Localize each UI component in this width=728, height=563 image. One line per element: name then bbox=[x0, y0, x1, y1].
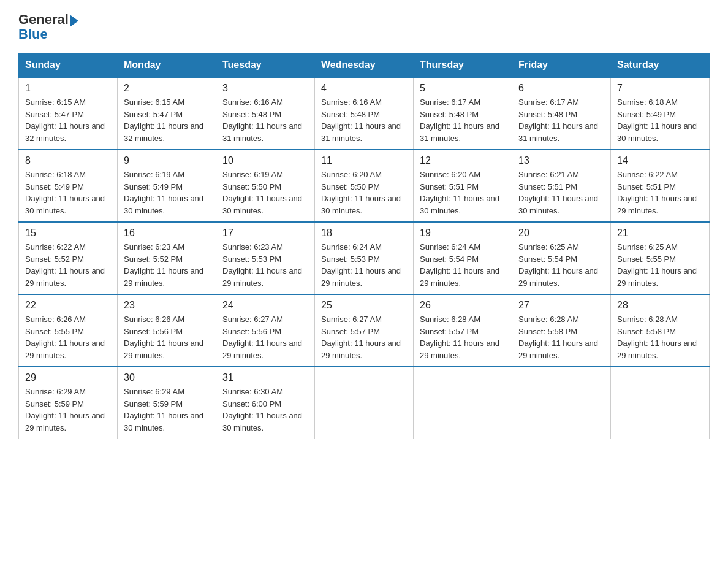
table-row: 11Sunrise: 6:20 AMSunset: 5:50 PMDayligh… bbox=[315, 150, 414, 222]
day-number: 12 bbox=[420, 155, 506, 166]
logo-arrow-icon bbox=[70, 15, 78, 27]
day-number: 17 bbox=[222, 228, 308, 239]
day-number: 30 bbox=[124, 372, 210, 383]
day-info: Sunrise: 6:18 AMSunset: 5:49 PMDaylight:… bbox=[617, 96, 703, 144]
day-number: 4 bbox=[321, 83, 407, 94]
day-info: Sunrise: 6:25 AMSunset: 5:55 PMDaylight:… bbox=[617, 241, 703, 289]
calendar-table: Sunday Monday Tuesday Wednesday Thursday… bbox=[18, 53, 710, 439]
table-row: 30Sunrise: 6:29 AMSunset: 5:59 PMDayligh… bbox=[118, 367, 216, 439]
table-row: 3Sunrise: 6:16 AMSunset: 5:48 PMDaylight… bbox=[216, 77, 315, 150]
logo-blue: Blue bbox=[18, 27, 48, 42]
day-info: Sunrise: 6:19 AMSunset: 5:50 PMDaylight:… bbox=[222, 169, 308, 216]
table-row bbox=[512, 367, 611, 439]
table-row: 18Sunrise: 6:24 AMSunset: 5:53 PMDayligh… bbox=[315, 222, 414, 294]
table-row: 15Sunrise: 6:22 AMSunset: 5:52 PMDayligh… bbox=[19, 222, 118, 294]
day-number: 19 bbox=[420, 228, 506, 239]
day-info: Sunrise: 6:15 AMSunset: 5:47 PMDaylight:… bbox=[25, 96, 111, 144]
day-number: 29 bbox=[25, 372, 111, 383]
table-row bbox=[611, 367, 710, 439]
day-number: 22 bbox=[25, 300, 111, 311]
logo: General Blue bbox=[18, 12, 78, 42]
header-sunday: Sunday bbox=[19, 53, 118, 78]
table-row: 24Sunrise: 6:27 AMSunset: 5:56 PMDayligh… bbox=[216, 294, 315, 367]
day-number: 14 bbox=[617, 155, 703, 166]
day-number: 16 bbox=[124, 228, 210, 239]
table-row: 6Sunrise: 6:17 AMSunset: 5:48 PMDaylight… bbox=[512, 77, 611, 150]
day-number: 1 bbox=[25, 83, 111, 94]
day-number: 9 bbox=[124, 155, 210, 166]
table-row: 9Sunrise: 6:19 AMSunset: 5:49 PMDaylight… bbox=[118, 150, 216, 222]
table-row: 8Sunrise: 6:18 AMSunset: 5:49 PMDaylight… bbox=[19, 150, 118, 222]
table-row: 21Sunrise: 6:25 AMSunset: 5:55 PMDayligh… bbox=[611, 222, 710, 294]
day-info: Sunrise: 6:26 AMSunset: 5:56 PMDaylight:… bbox=[124, 313, 210, 361]
calendar-header-row: Sunday Monday Tuesday Wednesday Thursday… bbox=[19, 53, 710, 78]
calendar-week-row: 22Sunrise: 6:26 AMSunset: 5:55 PMDayligh… bbox=[19, 294, 710, 367]
day-number: 18 bbox=[321, 228, 407, 239]
day-info: Sunrise: 6:26 AMSunset: 5:55 PMDaylight:… bbox=[25, 313, 111, 361]
table-row: 4Sunrise: 6:16 AMSunset: 5:48 PMDaylight… bbox=[315, 77, 414, 150]
day-info: Sunrise: 6:22 AMSunset: 5:51 PMDaylight:… bbox=[617, 169, 703, 216]
day-info: Sunrise: 6:16 AMSunset: 5:48 PMDaylight:… bbox=[321, 96, 407, 144]
table-row: 10Sunrise: 6:19 AMSunset: 5:50 PMDayligh… bbox=[216, 150, 315, 222]
table-row: 22Sunrise: 6:26 AMSunset: 5:55 PMDayligh… bbox=[19, 294, 118, 367]
table-row: 5Sunrise: 6:17 AMSunset: 5:48 PMDaylight… bbox=[414, 77, 512, 150]
calendar-week-row: 29Sunrise: 6:29 AMSunset: 5:59 PMDayligh… bbox=[19, 367, 710, 439]
table-row: 17Sunrise: 6:23 AMSunset: 5:53 PMDayligh… bbox=[216, 222, 315, 294]
day-info: Sunrise: 6:21 AMSunset: 5:51 PMDaylight:… bbox=[518, 169, 604, 216]
day-info: Sunrise: 6:24 AMSunset: 5:54 PMDaylight:… bbox=[420, 241, 506, 289]
day-number: 25 bbox=[321, 300, 407, 311]
calendar-week-row: 8Sunrise: 6:18 AMSunset: 5:49 PMDaylight… bbox=[19, 150, 710, 222]
day-info: Sunrise: 6:22 AMSunset: 5:52 PMDaylight:… bbox=[25, 241, 111, 289]
day-number: 13 bbox=[518, 155, 604, 166]
day-info: Sunrise: 6:27 AMSunset: 5:57 PMDaylight:… bbox=[321, 313, 407, 361]
day-info: Sunrise: 6:15 AMSunset: 5:47 PMDaylight:… bbox=[124, 96, 210, 144]
header-tuesday: Tuesday bbox=[216, 53, 315, 78]
header-monday: Monday bbox=[118, 53, 216, 78]
table-row: 14Sunrise: 6:22 AMSunset: 5:51 PMDayligh… bbox=[611, 150, 710, 222]
day-info: Sunrise: 6:24 AMSunset: 5:53 PMDaylight:… bbox=[321, 241, 407, 289]
table-row: 26Sunrise: 6:28 AMSunset: 5:57 PMDayligh… bbox=[414, 294, 512, 367]
table-row: 19Sunrise: 6:24 AMSunset: 5:54 PMDayligh… bbox=[414, 222, 512, 294]
day-number: 31 bbox=[222, 372, 308, 383]
day-number: 21 bbox=[617, 228, 703, 239]
day-number: 5 bbox=[420, 83, 506, 94]
calendar-week-row: 1Sunrise: 6:15 AMSunset: 5:47 PMDaylight… bbox=[19, 77, 710, 150]
day-info: Sunrise: 6:17 AMSunset: 5:48 PMDaylight:… bbox=[420, 96, 506, 144]
calendar-week-row: 15Sunrise: 6:22 AMSunset: 5:52 PMDayligh… bbox=[19, 222, 710, 294]
day-info: Sunrise: 6:23 AMSunset: 5:52 PMDaylight:… bbox=[124, 241, 210, 289]
day-number: 24 bbox=[222, 300, 308, 311]
day-number: 6 bbox=[518, 83, 604, 94]
day-info: Sunrise: 6:28 AMSunset: 5:58 PMDaylight:… bbox=[518, 313, 604, 361]
day-info: Sunrise: 6:19 AMSunset: 5:49 PMDaylight:… bbox=[124, 169, 210, 216]
day-info: Sunrise: 6:28 AMSunset: 5:57 PMDaylight:… bbox=[420, 313, 506, 361]
day-info: Sunrise: 6:29 AMSunset: 5:59 PMDaylight:… bbox=[124, 386, 210, 434]
table-row: 7Sunrise: 6:18 AMSunset: 5:49 PMDaylight… bbox=[611, 77, 710, 150]
day-number: 10 bbox=[222, 155, 308, 166]
day-info: Sunrise: 6:18 AMSunset: 5:49 PMDaylight:… bbox=[25, 169, 111, 216]
table-row: 20Sunrise: 6:25 AMSunset: 5:54 PMDayligh… bbox=[512, 222, 611, 294]
day-number: 3 bbox=[222, 83, 308, 94]
day-number: 28 bbox=[617, 300, 703, 311]
day-info: Sunrise: 6:20 AMSunset: 5:51 PMDaylight:… bbox=[420, 169, 506, 216]
table-row: 2Sunrise: 6:15 AMSunset: 5:47 PMDaylight… bbox=[118, 77, 216, 150]
day-info: Sunrise: 6:29 AMSunset: 5:59 PMDaylight:… bbox=[25, 386, 111, 434]
day-info: Sunrise: 6:17 AMSunset: 5:48 PMDaylight:… bbox=[518, 96, 604, 144]
day-info: Sunrise: 6:16 AMSunset: 5:48 PMDaylight:… bbox=[222, 96, 308, 144]
day-number: 8 bbox=[25, 155, 111, 166]
day-number: 11 bbox=[321, 155, 407, 166]
table-row: 1Sunrise: 6:15 AMSunset: 5:47 PMDaylight… bbox=[19, 77, 118, 150]
table-row: 27Sunrise: 6:28 AMSunset: 5:58 PMDayligh… bbox=[512, 294, 611, 367]
table-row: 31Sunrise: 6:30 AMSunset: 6:00 PMDayligh… bbox=[216, 367, 315, 439]
logo-general: General bbox=[18, 12, 69, 27]
table-row: 25Sunrise: 6:27 AMSunset: 5:57 PMDayligh… bbox=[315, 294, 414, 367]
day-number: 2 bbox=[124, 83, 210, 94]
table-row: 28Sunrise: 6:28 AMSunset: 5:58 PMDayligh… bbox=[611, 294, 710, 367]
day-number: 23 bbox=[124, 300, 210, 311]
header-wednesday: Wednesday bbox=[315, 53, 414, 78]
table-row bbox=[315, 367, 414, 439]
day-info: Sunrise: 6:20 AMSunset: 5:50 PMDaylight:… bbox=[321, 169, 407, 216]
table-row bbox=[414, 367, 512, 439]
table-row: 12Sunrise: 6:20 AMSunset: 5:51 PMDayligh… bbox=[414, 150, 512, 222]
day-number: 26 bbox=[420, 300, 506, 311]
page-header: General Blue bbox=[18, 12, 710, 42]
